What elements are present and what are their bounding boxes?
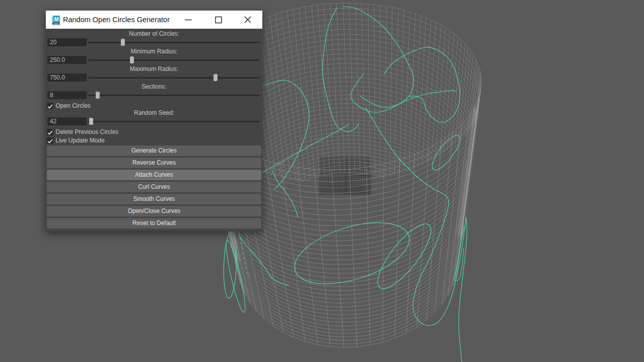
svg-text:AYA: AYA bbox=[54, 22, 58, 25]
svg-text:M: M bbox=[54, 16, 59, 22]
